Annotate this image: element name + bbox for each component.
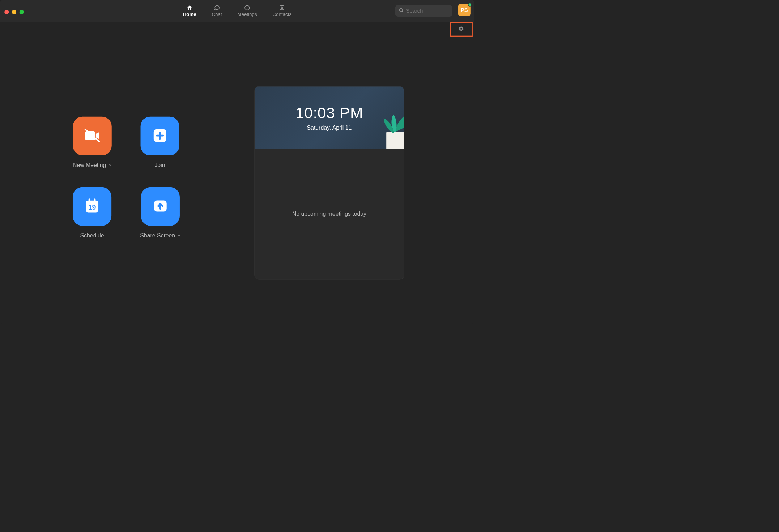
search-box[interactable] (395, 5, 452, 17)
svg-line-4 (402, 11, 403, 12)
new-meeting-button[interactable] (73, 117, 111, 155)
tab-contacts[interactable]: Contacts (272, 4, 291, 17)
search-icon (399, 8, 404, 14)
user-avatar[interactable]: PS (458, 4, 471, 16)
new-meeting-tile[interactable]: New Meeting (73, 117, 112, 168)
clock-date: Saturday, April 11 (307, 124, 352, 131)
tab-label: Meetings (237, 12, 257, 17)
svg-rect-14 (386, 132, 404, 149)
schedule-tile[interactable]: 19 Schedule (73, 187, 111, 239)
share-screen-button[interactable] (141, 187, 180, 226)
new-meeting-label[interactable]: New Meeting (73, 162, 112, 168)
titlebar: Home Chat Meetings Contacts (0, 0, 474, 22)
main-content: New Meeting Join (0, 22, 474, 324)
search-input[interactable] (406, 8, 449, 14)
schedule-label: Schedule (80, 232, 104, 239)
join-label: Join (154, 162, 165, 168)
avatar-initials: PS (461, 7, 468, 13)
video-off-icon (82, 125, 103, 147)
app-window: Home Chat Meetings Contacts (0, 0, 474, 324)
action-panel: New Meeting Join (73, 117, 181, 258)
tab-label: Chat (212, 12, 222, 17)
calendar-body: No upcoming meetings today (255, 149, 404, 279)
join-button[interactable] (140, 117, 179, 155)
clock-banner: 10:03 PM Saturday, April 11 (255, 86, 404, 149)
contacts-icon (279, 4, 285, 10)
chat-icon (214, 4, 220, 10)
clock-time: 10:03 PM (295, 104, 363, 122)
settings-highlight (450, 22, 473, 37)
status-online-icon (468, 3, 472, 7)
share-screen-label[interactable]: Share Screen (140, 232, 181, 239)
svg-text:19: 19 (88, 203, 96, 211)
share-screen-tile[interactable]: Share Screen (140, 187, 181, 239)
no-meetings-text: No upcoming meetings today (292, 211, 366, 218)
tab-home[interactable]: Home (183, 4, 196, 17)
plus-icon (152, 127, 168, 145)
chevron-down-icon (177, 232, 181, 239)
svg-point-2 (281, 7, 283, 8)
join-tile[interactable]: Join (140, 117, 179, 168)
chevron-down-icon (108, 162, 112, 168)
svg-rect-10 (89, 198, 90, 202)
svg-point-3 (400, 9, 403, 12)
tab-chat[interactable]: Chat (212, 4, 222, 17)
schedule-button[interactable]: 19 (73, 187, 111, 226)
home-icon (187, 4, 193, 10)
plant-illustration-icon (366, 108, 404, 149)
clock-icon (244, 4, 250, 10)
calendar-card: 10:03 PM Saturday, April 11 No upcoming … (254, 86, 404, 280)
gear-icon[interactable] (458, 26, 464, 33)
tab-label: Home (183, 12, 196, 17)
share-up-icon (152, 198, 169, 215)
tab-label: Contacts (272, 12, 291, 17)
calendar-icon: 19 (82, 197, 101, 216)
svg-rect-11 (94, 198, 95, 202)
tab-meetings[interactable]: Meetings (237, 4, 257, 17)
